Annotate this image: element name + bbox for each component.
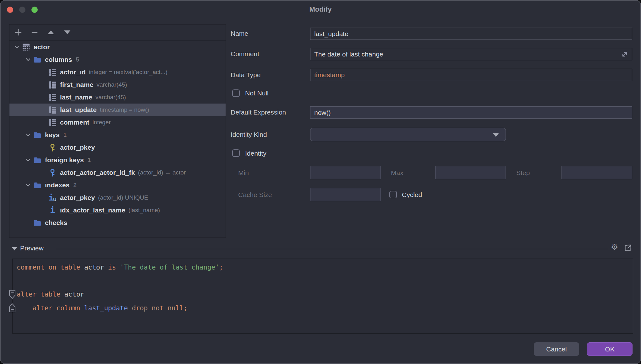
column-icon xyxy=(48,118,57,126)
comment-label: Comment xyxy=(231,50,259,58)
chevron-down-icon[interactable] xyxy=(26,133,33,136)
primary-key-icon xyxy=(48,143,57,152)
structure-tree-panel: actor columns 5 actor_id integer = nextv… xyxy=(9,24,226,238)
comment-field[interactable]: The date of last change xyxy=(310,48,632,60)
column-icon xyxy=(48,106,57,114)
folder-icon xyxy=(33,156,41,164)
tree-item-folder-columns[interactable]: columns 5 xyxy=(9,53,226,66)
tree-item-column-first_name[interactable]: first_name varchar(45) xyxy=(9,78,226,91)
identity-kind-dropdown[interactable] xyxy=(310,128,506,141)
column-icon xyxy=(48,68,57,76)
preview-title: Preview xyxy=(20,244,44,252)
move-up-icon[interactable] xyxy=(43,26,59,39)
identity-label: Identity xyxy=(245,149,266,158)
index-icon: i xyxy=(48,206,57,214)
preview-divider xyxy=(56,249,608,249)
unique-index-icon: iU xyxy=(48,194,57,202)
foreign-key-icon xyxy=(48,169,57,177)
tree-item-folder-indexes[interactable]: indexes 2 xyxy=(9,179,226,191)
default-expression-label: Default Expression xyxy=(231,108,286,117)
not-null-label: Not Null xyxy=(245,89,269,98)
ok-button[interactable]: OK xyxy=(587,342,633,356)
tree-item-index-idx_actor_last_name[interactable]: i idx_actor_last_name (last_name) xyxy=(9,204,226,217)
chevron-down-icon[interactable] xyxy=(14,46,22,49)
folder-icon xyxy=(33,56,41,64)
column-icon xyxy=(48,93,57,101)
chevron-down-icon[interactable] xyxy=(26,184,33,187)
step-field[interactable] xyxy=(562,166,632,179)
identity-checkbox[interactable] xyxy=(232,149,240,157)
chevron-down-icon xyxy=(493,133,499,137)
tree-item-folder-foreign-keys[interactable]: foreign keys 1 xyxy=(9,154,226,166)
default-expression-field[interactable]: now() xyxy=(310,106,632,119)
max-field[interactable] xyxy=(435,166,506,179)
cancel-button[interactable]: Cancel xyxy=(534,342,579,356)
fold-region-start-icon[interactable] xyxy=(9,290,16,300)
remove-icon[interactable] xyxy=(26,26,43,39)
sql-line: alter column last_update drop not null; xyxy=(17,303,188,313)
sql-line: alter table actor xyxy=(17,290,84,299)
tree-item-column-actor_id[interactable]: actor_id integer = nextval('actor_act...… xyxy=(9,66,226,78)
cache-size-field[interactable] xyxy=(310,188,381,201)
tree-item-column-last_update-selected[interactable]: last_update timestamp = now() xyxy=(9,104,226,116)
name-field[interactable]: last_update xyxy=(310,28,632,40)
step-label: Step xyxy=(516,169,530,177)
min-label: Min xyxy=(238,169,249,177)
cycled-label: Cycled xyxy=(402,190,422,199)
name-label: Name xyxy=(231,29,248,38)
gear-icon[interactable]: ⚙ xyxy=(611,243,618,251)
add-icon[interactable] xyxy=(10,26,26,39)
open-in-window-icon[interactable] xyxy=(623,244,632,254)
not-null-checkbox[interactable] xyxy=(232,89,240,97)
expand-field-icon[interactable] xyxy=(621,50,629,60)
tree-item-column-last_name[interactable]: last_name varchar(45) xyxy=(9,91,226,104)
data-type-field[interactable]: timestamp xyxy=(310,69,632,81)
preview-collapse-icon[interactable] xyxy=(12,247,17,250)
chevron-down-icon[interactable] xyxy=(26,58,33,61)
folder-icon xyxy=(33,181,41,189)
tree-item-column-comment[interactable]: comment integer xyxy=(9,116,226,129)
data-type-label: Data Type xyxy=(231,71,260,79)
folder-icon xyxy=(33,219,41,227)
sql-line: comment on table actor is 'The date of l… xyxy=(17,263,223,272)
modify-dialog: Modify actor columns 5 xyxy=(0,0,641,364)
tree-item-foreign-key-actor_actor_actor_id_fk[interactable]: actor_actor_actor_id_fk (actor_id) → act… xyxy=(9,166,226,179)
fold-region-end-icon[interactable] xyxy=(9,303,16,314)
tree-item-table-actor[interactable]: actor xyxy=(9,41,226,53)
min-field[interactable] xyxy=(310,166,381,179)
chevron-down-icon[interactable] xyxy=(26,158,33,162)
dialog-title: Modify xyxy=(1,5,640,13)
max-label: Max xyxy=(391,169,403,177)
move-down-icon[interactable] xyxy=(59,26,75,39)
tree-item-primary-key-actor_pkey[interactable]: actor_pkey xyxy=(9,141,226,154)
tree-item-folder-keys[interactable]: keys 1 xyxy=(9,129,226,141)
dialog-window: Modify actor columns 5 xyxy=(0,0,641,364)
cycled-checkbox[interactable] xyxy=(389,191,397,198)
cache-size-label: Cache Size xyxy=(238,190,272,199)
tree-item-folder-checks[interactable]: checks xyxy=(9,217,226,229)
column-icon xyxy=(48,81,57,89)
identity-kind-label: Identity Kind xyxy=(231,130,267,139)
tree-item-index-actor_pkey-unique[interactable]: iU actor_pkey (actor_id) UNIQUE xyxy=(9,191,226,204)
folder-icon xyxy=(33,131,41,139)
sql-preview-editor[interactable]: comment on table actor is 'The date of l… xyxy=(12,259,633,334)
table-icon xyxy=(22,43,30,51)
tree-list: actor columns 5 actor_id integer = nextv… xyxy=(9,40,226,229)
tree-toolbar xyxy=(9,24,226,40)
